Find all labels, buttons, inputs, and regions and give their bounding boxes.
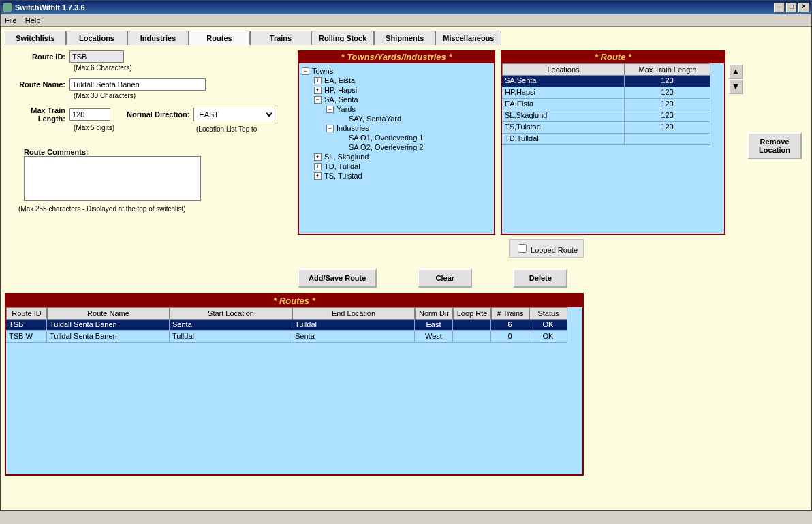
minimize-button[interactable]: _ [774, 3, 785, 12]
tree-item[interactable]: TS, Tulstad [324, 172, 362, 180]
route-maxlen-cell[interactable] [625, 134, 710, 145]
tab-switchlists[interactable]: Switchlists [5, 31, 66, 45]
route-name-hint: (Max 30 Characters) [74, 92, 292, 99]
collapse-icon[interactable]: − [326, 106, 334, 113]
route-comments-textarea[interactable] [24, 156, 201, 201]
collapse-icon[interactable]: − [326, 125, 334, 132]
comments-hint: (Max 255 characters - Displayed at the t… [18, 205, 292, 213]
tab-routes[interactable]: Routes [189, 31, 250, 45]
looped-route-checkbox[interactable] [518, 244, 527, 253]
grid-header[interactable]: Route ID [6, 307, 47, 320]
normal-direction-label: Normal Direction: [127, 110, 193, 119]
expand-icon[interactable]: + [314, 153, 322, 161]
window-title: SwitchWithIt 1.7.3.6 [15, 3, 85, 12]
tab-trains[interactable]: Trains [250, 31, 311, 45]
route-name-label: Route Name: [5, 80, 69, 89]
direction-hint: (Location List Top to [196, 125, 257, 133]
tree-item[interactable]: SA O1, Overlevering 1 [349, 134, 423, 142]
route-id-label: Route ID: [5, 52, 69, 61]
move-up-button[interactable]: ▲ [728, 64, 743, 79]
grid-cell[interactable]: Tulldal [170, 331, 292, 343]
delete-button[interactable]: Delete [513, 268, 567, 288]
grid-cell[interactable]: TSB W [6, 331, 47, 343]
tab-locations[interactable]: Locations [66, 31, 127, 45]
looped-route-label: Looped Route [531, 246, 578, 254]
route-location-cell[interactable]: TS,Tulstad [502, 122, 625, 134]
grid-cell[interactable]: Senta [170, 320, 292, 331]
tree-item[interactable]: TD, Tulldal [324, 162, 360, 170]
grid-cell[interactable]: OK [529, 331, 567, 343]
tree-item[interactable]: SAY, SentaYard [349, 114, 401, 123]
grid-cell[interactable]: 0 [491, 331, 529, 343]
grid-cell[interactable] [453, 331, 491, 343]
grid-header[interactable]: Start Location [170, 307, 292, 320]
route-maxlen-cell[interactable]: 120 [625, 87, 710, 99]
grid-cell[interactable]: Tuldall Senta Banen [47, 320, 170, 331]
expand-icon[interactable]: + [314, 163, 322, 170]
expand-icon[interactable]: + [314, 172, 322, 180]
tab-bar: SwitchlistsLocationsIndustriesRoutesTrai… [5, 31, 807, 45]
grid-header[interactable]: Status [529, 307, 567, 320]
route-maxlen-cell[interactable]: 120 [625, 76, 710, 87]
max-train-length-input[interactable] [69, 108, 110, 121]
route-maxlen-cell[interactable]: 120 [625, 99, 710, 110]
tab-rolling-stock[interactable]: Rolling Stock [311, 31, 374, 45]
close-button[interactable]: × [798, 3, 809, 12]
tree-item[interactable]: Yards [337, 105, 356, 113]
grid-cell[interactable]: OK [529, 320, 567, 331]
routes-grid-title: * Routes * [6, 294, 582, 307]
tree-title: * Towns/Yards/Industries * [298, 50, 495, 63]
route-maxlen-cell[interactable]: 120 [625, 122, 710, 134]
grid-header[interactable]: # Trains [491, 307, 529, 320]
route-name-input[interactable] [69, 78, 206, 91]
tab-miscellaneous[interactable]: Miscellaneous [435, 31, 501, 45]
expand-icon[interactable]: + [314, 77, 322, 84]
tree-item[interactable]: SL, Skaglund [324, 153, 369, 161]
remove-location-button[interactable]: Remove Location [747, 132, 802, 159]
tab-shipments[interactable]: Shipments [374, 31, 435, 45]
maximize-button[interactable]: □ [786, 3, 797, 12]
menu-help[interactable]: Help [25, 16, 41, 25]
grid-header[interactable]: Loop Rte [453, 307, 491, 320]
grid-cell[interactable] [453, 320, 491, 331]
normal-direction-select[interactable]: EAST [193, 108, 275, 121]
grid-header[interactable]: Norm Dir [415, 307, 453, 320]
grid-cell[interactable]: 6 [491, 320, 529, 331]
route-location-cell[interactable]: SL,Skaglund [502, 110, 625, 122]
route-col-max-len[interactable]: Max Train Length [625, 63, 710, 76]
clear-button[interactable]: Clear [418, 268, 472, 288]
route-id-input[interactable] [69, 50, 124, 63]
grid-cell[interactable]: East [415, 320, 453, 331]
grid-header[interactable]: End Location [292, 307, 415, 320]
tree-item[interactable]: EA, Eista [324, 76, 355, 84]
max-len-hint: (Max 5 digits) [74, 124, 114, 132]
tree-item[interactable]: SA, Senta [324, 95, 358, 104]
tab-industries[interactable]: Industries [127, 31, 189, 45]
route-maxlen-cell[interactable]: 120 [625, 110, 710, 122]
move-down-button[interactable]: ▼ [728, 79, 743, 94]
expand-icon[interactable]: + [314, 87, 322, 94]
grid-cell[interactable]: West [415, 331, 453, 343]
route-location-cell[interactable]: HP,Hapsi [502, 87, 625, 99]
grid-cell[interactable]: Tulldal Senta Banen [47, 331, 170, 343]
route-comments-label: Route Comments: [24, 148, 292, 156]
grid-header[interactable]: Route Name [47, 307, 170, 320]
grid-cell[interactable]: Tulldal [292, 320, 415, 331]
menu-file[interactable]: File [5, 16, 17, 25]
tree-item[interactable]: Industries [337, 124, 369, 132]
app-icon [3, 3, 12, 12]
grid-cell[interactable]: TSB [6, 320, 47, 331]
collapse-icon[interactable]: − [314, 96, 322, 104]
route-location-cell[interactable]: EA,Eista [502, 99, 625, 110]
tree-root[interactable]: Towns [312, 67, 333, 75]
route-location-cell[interactable]: TD,Tulldal [502, 134, 625, 145]
route-col-locations[interactable]: Locations [502, 63, 625, 76]
tree-item[interactable]: HP, Hapsi [324, 86, 357, 94]
tree-item[interactable]: SA O2, Overlevering 2 [349, 143, 423, 151]
add-save-route-button[interactable]: Add/Save Route [298, 268, 377, 288]
route-location-cell[interactable]: SA,Senta [502, 76, 625, 87]
title-bar: SwitchWithIt 1.7.3.6 _ □ × [1, 1, 811, 14]
grid-cell[interactable]: Senta [292, 331, 415, 343]
expand-icon[interactable]: − [302, 67, 309, 75]
towns-tree[interactable]: −Towns +EA, Eista+HP, Hapsi−SA, Senta−Ya… [299, 63, 494, 234]
